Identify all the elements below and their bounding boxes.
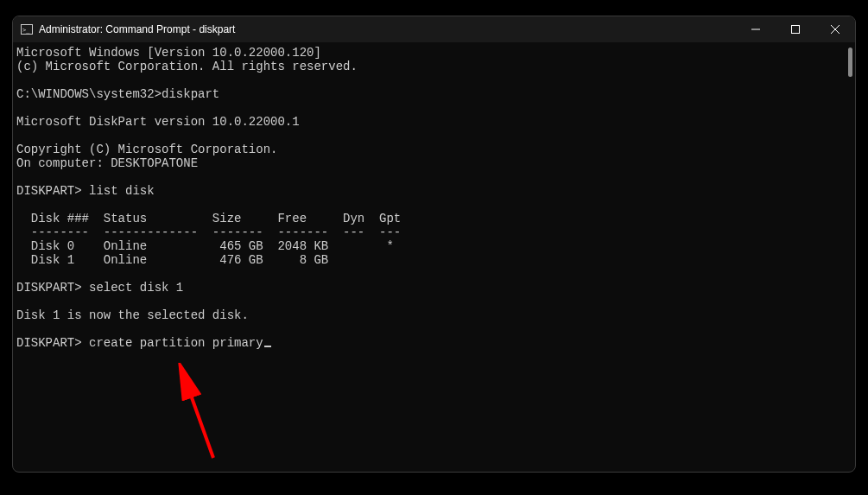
prompt-path: C:\WINDOWS\system32> — [16, 87, 162, 101]
table-row: Disk 0 Online 465 GB 2048 KB * — [16, 239, 394, 253]
line-copyright: (c) Microsoft Corporation. All rights re… — [16, 60, 358, 73]
window-title: Administrator: Command Prompt - diskpart — [39, 23, 235, 35]
svg-rect-3 — [792, 26, 800, 34]
titlebar[interactable]: >_ Administrator: Command Prompt - diskp… — [13, 16, 855, 42]
table-divider: -------- ------------- ------- ------- -… — [16, 225, 401, 239]
diskpart-prompt: DISKPART> — [16, 281, 89, 295]
cmd-select-disk: select disk 1 — [89, 281, 183, 295]
window-controls — [736, 16, 855, 42]
diskpart-prompt: DISKPART> — [16, 184, 89, 198]
scrollbar-thumb[interactable] — [848, 48, 852, 77]
computer-line: On computer: DESKTOPATONE — [16, 156, 198, 170]
minimize-button[interactable] — [736, 16, 776, 42]
diskpart-copyright: Copyright (C) Microsoft Corporation. — [16, 143, 277, 156]
cmd-icon: >_ — [20, 22, 34, 36]
close-button[interactable] — [815, 16, 855, 42]
selected-msg: Disk 1 is now the selected disk. — [16, 308, 249, 322]
prompt-cmd-diskpart: diskpart — [162, 87, 219, 101]
terminal-output[interactable]: Microsoft Windows [Version 10.0.22000.12… — [13, 42, 855, 472]
svg-text:>_: >_ — [22, 27, 30, 34]
table-header: Disk ### Status Size Free Dyn Gpt — [16, 212, 401, 225]
cmd-create-partition: create partition primary — [89, 336, 263, 350]
cursor — [264, 346, 271, 347]
diskpart-version: Microsoft DiskPart version 10.0.22000.1 — [16, 115, 300, 129]
line-winver: Microsoft Windows [Version 10.0.22000.12… — [16, 46, 321, 60]
table-row: Disk 1 Online 476 GB 8 GB — [16, 253, 328, 267]
diskpart-prompt: DISKPART> — [16, 336, 89, 350]
maximize-button[interactable] — [776, 16, 815, 42]
command-prompt-window: >_ Administrator: Command Prompt - diskp… — [12, 16, 856, 473]
cmd-list-disk: list disk — [89, 184, 155, 198]
